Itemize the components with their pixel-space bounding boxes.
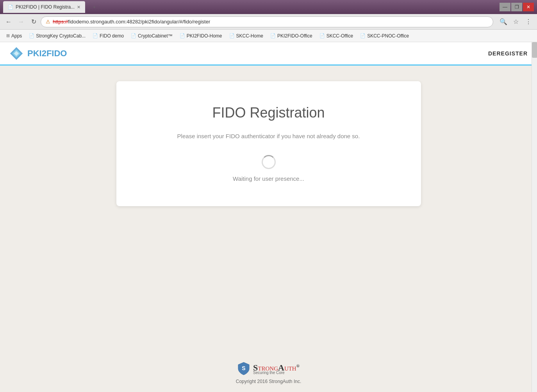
- title-bar: 📄 PKI2FIDO | FIDO Registra... ✕ + — ❐ ✕: [0, 0, 537, 14]
- page-icon-1: 📄: [29, 33, 34, 38]
- tab-title: PKI2FIDO | FIDO Registra...: [16, 4, 75, 10]
- search-button[interactable]: 🔍: [498, 16, 509, 27]
- footer-copyright: Copyright 2016 StrongAuth Inc.: [236, 379, 301, 384]
- back-button[interactable]: ←: [3, 16, 14, 27]
- pki2fido-logo-icon: [9, 46, 23, 61]
- bookmark-skcc-pnoc-label: SKCC-PNOC-Office: [367, 33, 409, 39]
- window-controls: — ❐ ✕: [500, 3, 534, 11]
- bookmark-cryptocabinet-label: CryptoCabinet™: [138, 33, 173, 39]
- tabs-area: 📄 PKI2FIDO | FIDO Registra... ✕ +: [3, 1, 100, 13]
- refresh-button[interactable]: ↻: [28, 16, 39, 27]
- page-icon-7: 📄: [319, 33, 325, 38]
- deregister-button[interactable]: DEREGISTER: [488, 50, 528, 57]
- logo-text: PKI2FIDO: [27, 48, 67, 59]
- url-text: https://https://fidodemo.strongauth.com:…: [53, 19, 210, 25]
- close-button[interactable]: ✕: [523, 3, 534, 11]
- address-bar[interactable]: ⚠ https://https://fidodemo.strongauth.co…: [41, 16, 493, 27]
- svg-text:S: S: [242, 365, 245, 371]
- app-footer: S StrongAuth® Securing the Core Copyrigh…: [0, 354, 537, 392]
- inactive-tab[interactable]: +: [88, 1, 100, 13]
- scrollbar[interactable]: [532, 42, 537, 392]
- logo-area: PKI2FIDO: [9, 46, 67, 61]
- apps-grid-icon: ⊞: [6, 33, 10, 38]
- page-icon-6: 📄: [270, 33, 276, 38]
- active-tab[interactable]: 📄 PKI2FIDO | FIDO Registra... ✕: [3, 1, 85, 13]
- bookmark-fido-label: FIDO demo: [100, 33, 124, 39]
- address-actions: 🔍 ☆ ⋮: [498, 16, 534, 27]
- menu-button[interactable]: ⋮: [523, 16, 534, 27]
- tab-close-button[interactable]: ✕: [77, 5, 80, 10]
- scrollbar-thumb[interactable]: [532, 42, 537, 58]
- bookmark-skcc-office-label: SKCC-Office: [326, 33, 353, 39]
- bookmark-strongkey[interactable]: 📄 StrongKey CryptoCab...: [26, 32, 89, 40]
- bookmark-cryptocabinet[interactable]: 📄 CryptoCabinet™: [128, 32, 176, 40]
- app-wrapper: PKI2FIDO DEREGISTER FIDO Registration Pl…: [0, 42, 537, 392]
- main-content: FIDO Registration Please insert your FID…: [0, 66, 537, 354]
- new-tab-icon: +: [93, 5, 95, 9]
- bookmark-pki2fido-office[interactable]: 📄 PKI2FIDO-Office: [267, 32, 316, 40]
- bookmark-apps-label: Apps: [11, 33, 22, 39]
- navigation-bar: ← → ↻ ⚠ https://https://fidodemo.stronga…: [0, 14, 537, 30]
- page-icon-3: 📄: [131, 33, 136, 38]
- loading-spinner: [262, 155, 276, 169]
- page-icon: 📄: [8, 5, 13, 10]
- forward-button[interactable]: →: [16, 16, 27, 27]
- registration-subtitle: Please insert your FIDO authenticator if…: [177, 133, 360, 139]
- security-warning-icon: ⚠: [46, 19, 50, 25]
- registration-title: FIDO Registration: [212, 105, 325, 121]
- app-header: PKI2FIDO DEREGISTER: [0, 42, 537, 66]
- strongauth-shield-icon: S: [237, 362, 250, 376]
- page-icon-4: 📄: [180, 33, 185, 38]
- bookmark-apps[interactable]: ⊞ Apps: [3, 32, 25, 40]
- waiting-text: Waiting for user presence...: [233, 175, 304, 182]
- footer-logo: S StrongAuth® Securing the Core: [237, 362, 300, 376]
- bookmark-skcc-pnoc[interactable]: 📄 SKCC-PNOC-Office: [357, 32, 412, 40]
- footer-tagline: Securing the Core: [253, 371, 300, 375]
- bookmark-fido-demo[interactable]: 📄 FIDO demo: [89, 32, 127, 40]
- bookmark-skcc-home-label: SKCC-Home: [236, 33, 263, 39]
- registration-card: FIDO Registration Please insert your FID…: [116, 81, 421, 206]
- bookmark-skcc-home[interactable]: 📄 SKCC-Home: [226, 32, 266, 40]
- bookmark-skcc-office[interactable]: 📄 SKCC-Office: [316, 32, 356, 40]
- bookmark-strongkey-label: StrongKey CryptoCab...: [36, 33, 86, 39]
- bookmarks-bar: ⊞ Apps 📄 StrongKey CryptoCab... 📄 FIDO d…: [0, 30, 537, 42]
- bookmark-pki2fido-home[interactable]: 📄 PKI2FIDO-Home: [177, 32, 225, 40]
- bookmark-pki2fido-home-label: PKI2FIDO-Home: [187, 33, 222, 39]
- minimize-button[interactable]: —: [500, 3, 510, 11]
- page-icon-8: 📄: [360, 33, 366, 38]
- page-icon-5: 📄: [229, 33, 235, 38]
- restore-button[interactable]: ❐: [511, 3, 522, 11]
- page-icon-2: 📄: [93, 33, 98, 38]
- bookmark-pki2fido-office-label: PKI2FIDO-Office: [277, 33, 312, 39]
- bookmark-star-button[interactable]: ☆: [510, 16, 521, 27]
